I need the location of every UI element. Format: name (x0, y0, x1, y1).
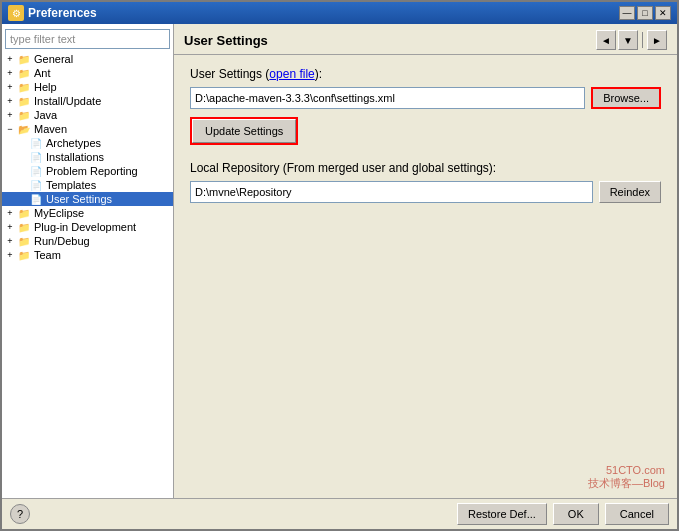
sidebar-item-label: Ant (34, 67, 51, 79)
folder-icon: 📄 (28, 165, 44, 177)
expand-icon (16, 137, 28, 149)
expand-icon (16, 165, 28, 177)
window-body: + 📁 General + 📁 Ant + 📁 Help (2, 24, 677, 529)
help-button[interactable]: ? (10, 504, 30, 524)
expand-icon: + (4, 109, 16, 121)
minimize-button[interactable]: — (619, 6, 635, 20)
main-content: User Settings (open file): Browse... Upd… (174, 55, 677, 498)
sidebar-item-label: General (34, 53, 73, 65)
open-file-link[interactable]: open file (269, 67, 314, 81)
reindex-button[interactable]: Reindex (599, 181, 661, 203)
user-settings-section-label: User Settings (open file): (190, 67, 661, 81)
update-settings-wrapper: Update Settings (190, 117, 298, 145)
local-repo-path-input[interactable] (190, 181, 593, 203)
sidebar-item-run-debug[interactable]: + 📁 Run/Debug (2, 234, 173, 248)
sidebar-item-label: Templates (46, 179, 96, 191)
folder-icon: 📁 (16, 53, 32, 65)
bottom-right: Restore Def... OK Cancel (457, 503, 669, 525)
preferences-window: ⚙ Preferences — □ ✕ + 📁 General (0, 0, 679, 531)
main-panel: User Settings ◄ ▼ ► User Settings (open … (174, 24, 677, 498)
filter-input[interactable] (5, 29, 170, 49)
sidebar-item-problem-reporting[interactable]: 📄 Problem Reporting (2, 164, 173, 178)
sidebar-item-ant[interactable]: + 📁 Ant (2, 66, 173, 80)
folder-icon: 📁 (16, 67, 32, 79)
expand-icon: + (4, 67, 16, 79)
bottom-bar: ? Restore Def... OK Cancel (2, 498, 677, 529)
folder-icon: 📁 (16, 249, 32, 261)
folder-icon: 📄 (28, 193, 44, 205)
sidebar-item-label: Archetypes (46, 137, 101, 149)
sidebar-item-label: Problem Reporting (46, 165, 138, 177)
sidebar-item-label: Maven (34, 123, 67, 135)
folder-icon: 📁 (16, 221, 32, 233)
nav-dropdown-button[interactable]: ▼ (618, 30, 638, 50)
cancel-button[interactable]: Cancel (605, 503, 669, 525)
folder-icon: 📄 (28, 151, 44, 163)
folder-icon: 📁 (16, 235, 32, 247)
expand-icon: + (4, 249, 16, 261)
folder-icon: 📁 (16, 207, 32, 219)
sidebar-item-label: User Settings (46, 193, 112, 205)
folder-icon: 📁 (16, 95, 32, 107)
title-buttons: — □ ✕ (619, 6, 671, 20)
local-repo-input-row: Reindex (190, 181, 661, 203)
nav-separator (642, 32, 643, 48)
expand-icon (16, 179, 28, 191)
main-header: User Settings ◄ ▼ ► (174, 24, 677, 55)
sidebar: + 📁 General + 📁 Ant + 📁 Help (2, 24, 174, 498)
sidebar-item-label: MyEclipse (34, 207, 84, 219)
sidebar-item-label: Team (34, 249, 61, 261)
nav-forward-button[interactable]: ► (647, 30, 667, 50)
sidebar-item-team[interactable]: + 📁 Team (2, 248, 173, 262)
nav-buttons: ◄ ▼ ► (596, 30, 667, 50)
sidebar-item-help[interactable]: + 📁 Help (2, 80, 173, 94)
sidebar-item-label: Install/Update (34, 95, 101, 107)
title-bar: ⚙ Preferences — □ ✕ (2, 2, 677, 24)
local-repo-section-label: Local Repository (From merged user and g… (190, 161, 661, 175)
folder-icon: 📂 (16, 123, 32, 135)
nav-back-button[interactable]: ◄ (596, 30, 616, 50)
user-settings-input-row: Browse... (190, 87, 661, 109)
expand-icon: + (4, 221, 16, 233)
sidebar-item-label: Help (34, 81, 57, 93)
sidebar-item-installations[interactable]: 📄 Installations (2, 150, 173, 164)
folder-icon: 📄 (28, 179, 44, 191)
expand-icon (16, 193, 28, 205)
sidebar-item-label: Plug-in Development (34, 221, 136, 233)
ok-button[interactable]: OK (553, 503, 599, 525)
expand-icon: + (4, 207, 16, 219)
folder-icon: 📁 (16, 81, 32, 93)
sidebar-item-templates[interactable]: 📄 Templates (2, 178, 173, 192)
title-bar-left: ⚙ Preferences (8, 5, 97, 21)
update-settings-button[interactable]: Update Settings (192, 119, 296, 143)
expand-icon: − (4, 123, 16, 135)
sidebar-item-label: Run/Debug (34, 235, 90, 247)
page-title: User Settings (184, 33, 268, 48)
sidebar-item-install-update[interactable]: + 📁 Install/Update (2, 94, 173, 108)
content-area: + 📁 General + 📁 Ant + 📁 Help (2, 24, 677, 498)
folder-icon: 📁 (16, 109, 32, 121)
expand-icon: + (4, 81, 16, 93)
sidebar-item-plugin-development[interactable]: + 📁 Plug-in Development (2, 220, 173, 234)
expand-icon: + (4, 53, 16, 65)
sidebar-item-java[interactable]: + 📁 Java (2, 108, 173, 122)
sidebar-item-label: Java (34, 109, 57, 121)
bottom-left: ? (10, 504, 30, 524)
browse-button[interactable]: Browse... (591, 87, 661, 109)
expand-icon (16, 151, 28, 163)
sidebar-item-user-settings[interactable]: 📄 User Settings (2, 192, 173, 206)
sidebar-item-general[interactable]: + 📁 General (2, 52, 173, 66)
sidebar-item-myeclipse[interactable]: + 📁 MyEclipse (2, 206, 173, 220)
folder-icon: 📄 (28, 137, 44, 149)
user-settings-path-input[interactable] (190, 87, 585, 109)
close-button[interactable]: ✕ (655, 6, 671, 20)
expand-icon: + (4, 95, 16, 107)
window-body-inner: + 📁 General + 📁 Ant + 📁 Help (2, 24, 677, 529)
maximize-button[interactable]: □ (637, 6, 653, 20)
expand-icon: + (4, 235, 16, 247)
sidebar-item-label: Installations (46, 151, 104, 163)
sidebar-item-archetypes[interactable]: 📄 Archetypes (2, 136, 173, 150)
restore-defaults-button[interactable]: Restore Def... (457, 503, 547, 525)
sidebar-item-maven[interactable]: − 📂 Maven (2, 122, 173, 136)
window-title: Preferences (28, 6, 97, 20)
